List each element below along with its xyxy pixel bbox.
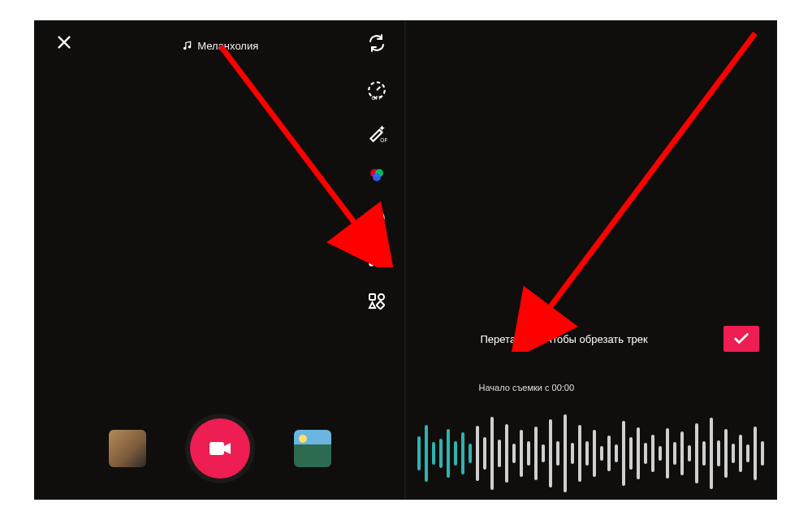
sound-cut-icon[interactable]	[365, 248, 388, 271]
svg-point-7	[373, 173, 381, 181]
checkmark-icon	[732, 330, 750, 348]
waveform-bar	[571, 443, 574, 464]
waveform-bar	[637, 427, 640, 479]
svg-point-1	[188, 46, 191, 49]
waveform-bar	[447, 429, 450, 478]
waveform-bar	[702, 441, 706, 466]
waveform-bar	[498, 440, 501, 467]
waveform-bar	[754, 427, 757, 480]
sound-title-text: Меланхолия	[197, 40, 258, 52]
waveform-bar	[659, 446, 662, 461]
top-bar: Меланхолия	[36, 33, 404, 58]
waveform-bar	[593, 430, 596, 477]
svg-point-0	[184, 47, 187, 50]
flip-camera-button[interactable]	[367, 33, 387, 53]
waveform-bar	[585, 441, 589, 466]
waveform-bar	[476, 426, 479, 481]
waveform-bar	[600, 446, 603, 461]
svg-text:3: 3	[374, 214, 379, 223]
waveform-bar	[505, 424, 508, 483]
waveform-bar	[724, 429, 728, 478]
more-effects-icon[interactable]	[365, 290, 388, 313]
waveform-bar	[710, 418, 713, 489]
effects-button[interactable]	[109, 430, 146, 467]
waveform-bar	[549, 419, 552, 488]
svg-rect-14	[209, 442, 224, 455]
waveform-bar	[454, 441, 457, 466]
waveform-bar	[469, 444, 472, 463]
start-time-text: Начало съемки с 00:00	[479, 383, 575, 392]
trim-sound-screen: Перетащите, чтобы обрезать трек Начало с…	[406, 22, 776, 498]
waveform-bar	[564, 414, 567, 492]
waveform-bar	[432, 442, 435, 465]
svg-rect-11	[369, 294, 375, 300]
tutorial-side-by-side: Меланхолия OFF OFF 3	[34, 20, 777, 500]
waveform-bar	[673, 442, 676, 465]
record-button[interactable]	[190, 418, 250, 479]
camera-screen: Меланхолия OFF OFF 3	[36, 22, 406, 498]
waveform-bar	[490, 417, 494, 490]
waveform-bar	[732, 444, 735, 463]
svg-text:OFF: OFF	[371, 95, 382, 101]
svg-line-15	[221, 46, 361, 231]
waveform-bar	[746, 444, 749, 462]
svg-rect-13	[376, 301, 384, 310]
video-camera-icon	[208, 439, 232, 458]
music-note-icon	[181, 40, 192, 51]
confirm-trim-button[interactable]	[723, 326, 759, 352]
waveform-bar	[542, 444, 545, 462]
waveform-bar	[651, 435, 654, 472]
waveform-bar	[739, 435, 742, 472]
waveform-scrubber[interactable]	[406, 409, 776, 498]
waveform-bar	[717, 440, 720, 466]
waveform-bar	[556, 441, 559, 466]
trim-hint-text: Перетащите, чтобы обрезать трек	[481, 333, 648, 345]
waveform-bar	[666, 428, 669, 479]
waveform-bar	[439, 439, 443, 468]
waveform-bar	[695, 423, 698, 483]
waveform-bar	[607, 436, 611, 471]
waveform-bar	[527, 441, 530, 466]
upload-gallery-button[interactable]	[294, 430, 331, 467]
waveform-bar	[622, 421, 625, 486]
waveform-bar	[680, 431, 684, 475]
waveform-bar	[520, 430, 523, 477]
svg-point-12	[378, 294, 384, 300]
waveform-bar	[761, 441, 764, 466]
selected-sound[interactable]: Меланхолия	[181, 40, 258, 52]
waveform-bar	[512, 444, 516, 463]
svg-point-10	[369, 261, 374, 266]
svg-text:OFF: OFF	[380, 137, 387, 143]
waveform-bar	[425, 425, 428, 482]
bottom-bar	[36, 418, 404, 479]
waveform-bar	[461, 432, 464, 474]
waveform-bar	[578, 425, 581, 482]
speed-icon[interactable]: OFF	[365, 79, 388, 102]
waveform-bar	[644, 443, 647, 464]
beauty-icon[interactable]: OFF	[365, 121, 388, 144]
waveform-bar	[615, 444, 618, 462]
close-button[interactable]	[55, 33, 73, 51]
waveform-bar	[534, 427, 538, 480]
waveform-bar	[417, 436, 421, 470]
waveform-bar	[688, 445, 691, 462]
filters-icon[interactable]	[365, 163, 388, 186]
timer-icon[interactable]: 3	[365, 206, 388, 228]
tool-sidebar: OFF OFF 3	[365, 79, 388, 313]
svg-line-16	[544, 33, 755, 315]
annotation-arrow-right	[503, 27, 776, 352]
waveform-bar	[629, 437, 633, 470]
waveform-bar	[483, 437, 486, 470]
